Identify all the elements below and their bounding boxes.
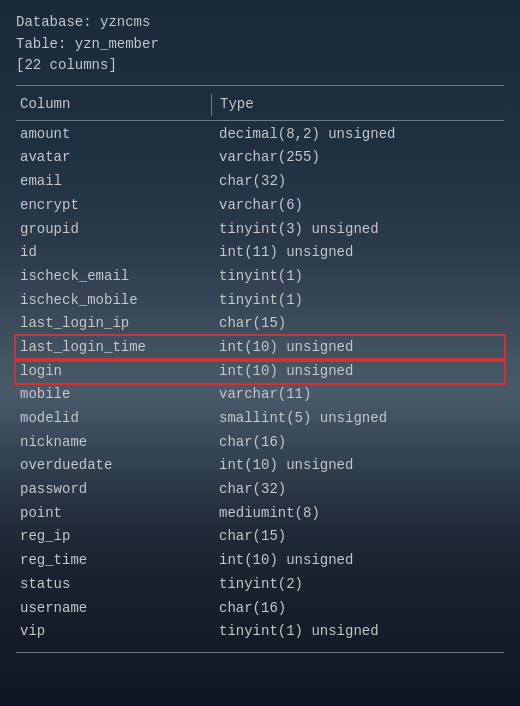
column-type-cell: tinyint(3) unsigned: [211, 219, 504, 241]
column-name-cell: reg_time: [16, 550, 211, 572]
schema-table: Column Type amountdecimal(8,2) unsigneda…: [16, 92, 504, 653]
type-header: Type: [211, 94, 504, 116]
table-row: nicknamechar(16): [16, 431, 504, 455]
column-name-cell: login: [16, 361, 211, 383]
database-label: Database: yzncms: [16, 12, 504, 34]
table-row: idint(11) unsigned: [16, 241, 504, 265]
column-name-cell: amount: [16, 124, 211, 146]
column-type-cell: char(15): [211, 526, 504, 548]
column-name-cell: ischeck_email: [16, 266, 211, 288]
column-name-cell: avatar: [16, 147, 211, 169]
table-row: mobilevarchar(11): [16, 383, 504, 407]
top-divider: [16, 85, 504, 86]
column-name-cell: status: [16, 574, 211, 596]
column-type-cell: int(10) unsigned: [211, 550, 504, 572]
column-type-cell: char(15): [211, 313, 504, 335]
column-type-cell: decimal(8,2) unsigned: [211, 124, 504, 146]
table-header-row: Column Type: [16, 92, 504, 121]
table-row: viptinyint(1) unsigned: [16, 620, 504, 644]
table-row: modelidsmallint(5) unsigned: [16, 407, 504, 431]
column-type-cell: tinyint(1): [211, 266, 504, 288]
column-type-cell: varchar(11): [211, 384, 504, 406]
column-name-cell: encrypt: [16, 195, 211, 217]
table-row: avatarvarchar(255): [16, 146, 504, 170]
column-name-cell: username: [16, 598, 211, 620]
column-name-cell: nickname: [16, 432, 211, 454]
bottom-divider: [16, 652, 504, 653]
data-rows: amountdecimal(8,2) unsignedavatarvarchar…: [16, 123, 504, 644]
column-type-cell: varchar(255): [211, 147, 504, 169]
column-type-cell: int(11) unsigned: [211, 242, 504, 264]
table-row: overduedateint(10) unsigned: [16, 454, 504, 478]
column-name-cell: id: [16, 242, 211, 264]
column-type-cell: mediumint(8): [211, 503, 504, 525]
column-name-cell: groupid: [16, 219, 211, 241]
column-name-cell: ischeck_mobile: [16, 290, 211, 312]
table-row: usernamechar(16): [16, 597, 504, 621]
column-type-cell: tinyint(1): [211, 290, 504, 312]
table-row: amountdecimal(8,2) unsigned: [16, 123, 504, 147]
column-type-cell: varchar(6): [211, 195, 504, 217]
column-name-cell: reg_ip: [16, 526, 211, 548]
column-name-cell: modelid: [16, 408, 211, 430]
table-row: encryptvarchar(6): [16, 194, 504, 218]
columns-label: [22 columns]: [16, 55, 504, 77]
meta-info: Database: yzncms Table: yzn_member [22 c…: [16, 12, 504, 77]
table-row: reg_timeint(10) unsigned: [16, 549, 504, 573]
column-name-cell: vip: [16, 621, 211, 643]
column-type-cell: int(10) unsigned: [211, 455, 504, 477]
table-row: statustinyint(2): [16, 573, 504, 597]
main-container: Database: yzncms Table: yzn_member [22 c…: [0, 0, 520, 665]
column-name-cell: point: [16, 503, 211, 525]
column-type-cell: char(32): [211, 171, 504, 193]
column-name-cell: mobile: [16, 384, 211, 406]
table-row: emailchar(32): [16, 170, 504, 194]
table-row: loginint(10) unsigned: [16, 360, 504, 384]
column-type-cell: smallint(5) unsigned: [211, 408, 504, 430]
table-row: passwordchar(32): [16, 478, 504, 502]
column-type-cell: tinyint(2): [211, 574, 504, 596]
table-row: ischeck_mobiletinyint(1): [16, 289, 504, 313]
column-name-cell: last_login_time: [16, 337, 211, 359]
table-label: Table: yzn_member: [16, 34, 504, 56]
column-header: Column: [16, 94, 211, 116]
table-row: reg_ipchar(15): [16, 525, 504, 549]
table-row: pointmediumint(8): [16, 502, 504, 526]
column-type-cell: char(32): [211, 479, 504, 501]
table-row: groupidtinyint(3) unsigned: [16, 218, 504, 242]
column-name-cell: password: [16, 479, 211, 501]
column-name-cell: email: [16, 171, 211, 193]
column-type-cell: char(16): [211, 432, 504, 454]
table-row: last_login_timeint(10) unsigned: [16, 336, 504, 360]
table-row: ischeck_emailtinyint(1): [16, 265, 504, 289]
column-name-cell: last_login_ip: [16, 313, 211, 335]
column-type-cell: char(16): [211, 598, 504, 620]
column-name-cell: overduedate: [16, 455, 211, 477]
table-row: last_login_ipchar(15): [16, 312, 504, 336]
column-type-cell: tinyint(1) unsigned: [211, 621, 504, 643]
column-type-cell: int(10) unsigned: [211, 337, 504, 359]
column-type-cell: int(10) unsigned: [211, 361, 504, 383]
